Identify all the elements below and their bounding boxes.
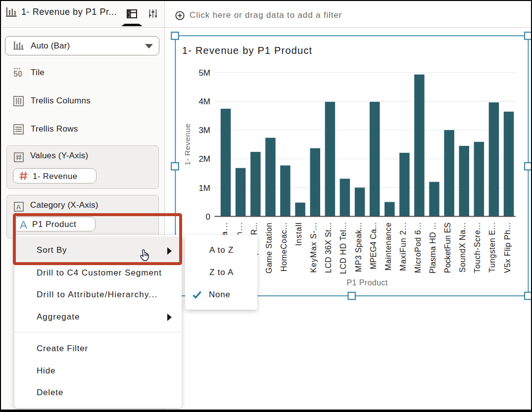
svg-text:Install: Install — [294, 223, 303, 246]
svg-text:3M: 3M — [198, 126, 210, 135]
svg-text:1M: 1M — [198, 183, 210, 193]
svg-text:0: 0 — [206, 212, 210, 222]
svg-text:LCD HD Tel...: LCD HD Tel... — [339, 223, 347, 274]
svg-text:1- Revenue by P1 Product: 1- Revenue by P1 Product — [182, 45, 312, 56]
svg-text:LCD 36X St...: LCD 36X St... — [324, 223, 333, 273]
svg-text:MicroPod 6...: MicroPod 6... — [414, 223, 422, 273]
svg-text:SoundX Na...: SoundX Na... — [458, 223, 467, 273]
svg-text:Maintenance: Maintenance — [384, 223, 392, 271]
svg-text:4M: 4M — [198, 97, 210, 106]
svg-text:50: 50 — [13, 70, 22, 78]
svg-text:MP3 Speak...: MP3 Speak... — [354, 223, 363, 272]
svg-text:V5x Flip Ph...: V5x Flip Ph... — [503, 223, 512, 273]
svg-text:PocketFun ES: PocketFun ES — [443, 223, 452, 273]
svg-text:HomeCoac...: HomeCoac... — [280, 223, 288, 272]
svg-text:Tungsten E...: Tungsten E... — [488, 223, 496, 273]
svg-text:2M: 2M — [198, 154, 210, 164]
svg-text:5M: 5M — [198, 68, 210, 78]
svg-text:MPEG4 Ca...: MPEG4 Ca... — [369, 223, 378, 270]
svg-text:MaxiFun 2...: MaxiFun 2... — [399, 223, 407, 271]
svg-text:Touch-Scre...: Touch-Scre... — [473, 223, 482, 273]
svg-text:P1 Product: P1 Product — [346, 278, 387, 287]
svg-text:1- Revenue: 1- Revenue — [183, 123, 192, 165]
svg-text:Plasma HD ...: Plasma HD ... — [429, 223, 437, 274]
svg-text:A: A — [16, 203, 21, 211]
svg-text:KeyMax S-...: KeyMax S-... — [309, 223, 318, 273]
svg-text:Game Station: Game Station — [265, 223, 273, 274]
